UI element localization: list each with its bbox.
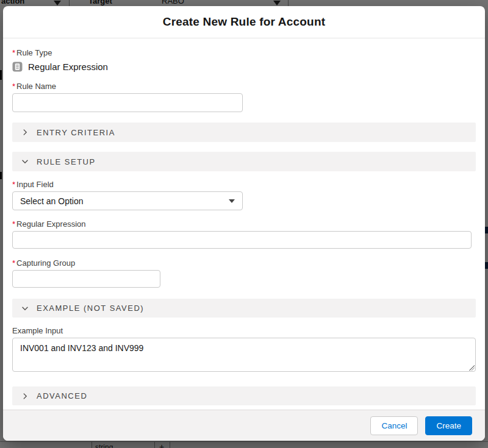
chevron-down-icon	[21, 304, 29, 313]
required-marker: *	[12, 180, 15, 189]
cancel-button[interactable]: Cancel	[370, 416, 418, 435]
required-marker: *	[12, 82, 15, 91]
record-icon	[12, 62, 23, 72]
capturing-group-label: *Capturing Group	[12, 258, 476, 268]
capturing-group-input[interactable]	[12, 270, 160, 288]
section-label: ADVANCED	[37, 391, 87, 400]
rule-type-value: Regular Expression	[28, 62, 108, 72]
rule-name-input[interactable]	[12, 93, 243, 112]
rule-type-label: *Rule Type	[12, 48, 476, 57]
section-label: RULE SETUP	[37, 157, 96, 166]
modal-footer: Cancel Create	[3, 410, 485, 441]
example-input-textarea[interactable]: INV001 and INV123 and INV999	[12, 338, 476, 372]
required-marker: *	[12, 219, 15, 229]
regular-expression-input[interactable]	[12, 231, 472, 249]
rule-name-label: *Rule Name	[12, 82, 476, 91]
section-rule-setup[interactable]: RULE SETUP	[12, 152, 476, 171]
dropdown-arrow-icon	[229, 199, 235, 203]
section-label: ENTRY CRITERIA	[37, 128, 115, 137]
modal-header: Create New Rule for Account	[3, 6, 485, 38]
rule-type-value-row: Regular Expression	[12, 61, 476, 72]
modal-body: *Rule Type Regular Expression *Rule Name…	[3, 48, 485, 405]
chevron-right-icon	[21, 128, 29, 137]
create-rule-modal: Create New Rule for Account *Rule Type R…	[3, 6, 485, 441]
required-marker: *	[12, 258, 15, 268]
section-example[interactable]: EXAMPLE (NOT SAVED)	[12, 299, 476, 318]
example-input-wrap: INV001 and INV123 and INV999	[12, 338, 476, 372]
chevron-right-icon	[21, 392, 29, 400]
resize-handle-icon[interactable]	[468, 364, 475, 371]
create-button[interactable]: Create	[425, 416, 472, 435]
example-input-label: Example Input	[12, 326, 476, 335]
regular-expression-label: *Regular Expression	[12, 219, 476, 229]
input-field-label: *Input Field	[12, 180, 476, 189]
input-field-combobox[interactable]: Select an Option	[12, 191, 243, 210]
combobox-selected-value: Select an Option	[20, 196, 84, 206]
section-entry-criteria[interactable]: ENTRY CRITERIA	[12, 123, 476, 142]
section-label: EXAMPLE (NOT SAVED)	[37, 304, 144, 313]
modal-title: Create New Rule for Account	[163, 15, 326, 29]
chevron-down-icon	[21, 157, 29, 166]
required-marker: *	[12, 48, 15, 57]
section-advanced[interactable]: ADVANCED	[12, 386, 476, 405]
